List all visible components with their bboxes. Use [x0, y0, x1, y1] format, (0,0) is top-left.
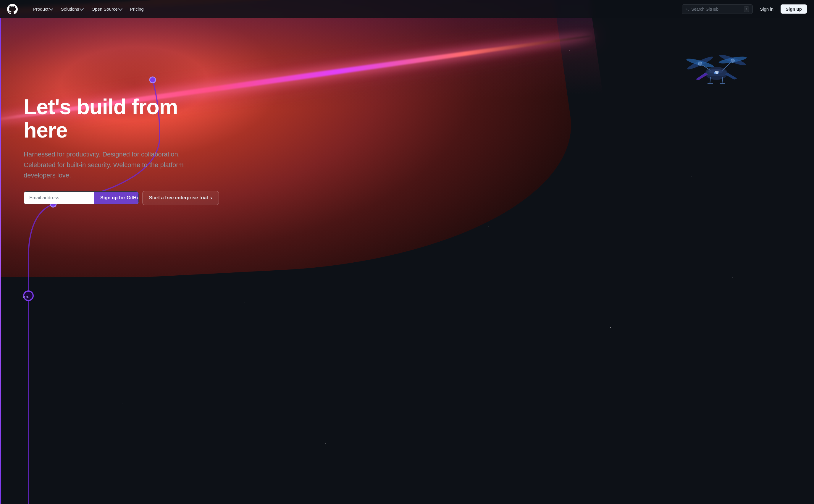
hero-subtitle: Harnessed for productivity. Designed for… — [24, 149, 213, 180]
svg-marker-11 — [696, 73, 708, 80]
email-input[interactable] — [24, 192, 94, 204]
nav-pricing[interactable]: Pricing — [127, 5, 147, 13]
drone-illustration — [684, 45, 749, 98]
nav-pricing-label: Pricing — [130, 7, 144, 12]
nav-solutions-label: Solutions — [61, 7, 79, 12]
nav-solutions[interactable]: Solutions — [57, 5, 87, 13]
nav-opensource-label: Open Source — [91, 7, 117, 12]
email-signup-group: Sign up for GitHub — [24, 191, 139, 204]
nav-product[interactable]: Product — [30, 5, 56, 13]
main-nav: Product Solutions Open Source Pricing / … — [0, 0, 814, 18]
search-kbd: / — [744, 6, 749, 12]
arrow-right-icon: › — [210, 195, 212, 201]
chevron-down-icon — [80, 7, 84, 11]
nav-right: / Sign in Sign up — [682, 4, 807, 14]
hero-content: Let's build from here Harnessed for prod… — [0, 18, 243, 223]
hero-title: Let's build from here — [24, 95, 219, 142]
chevron-down-icon — [118, 7, 122, 11]
nav-product-label: Product — [33, 7, 49, 12]
github-signup-button[interactable]: Sign up for GitHub — [94, 192, 139, 204]
nav-links: Product Solutions Open Source Pricing — [30, 5, 682, 13]
hero-section: <> Let's build from here Harnessed for p… — [0, 0, 814, 504]
chevron-down-icon — [49, 7, 53, 11]
hero-actions: Sign up for GitHub Start a free enterpri… — [24, 191, 219, 205]
search-input[interactable] — [691, 7, 742, 12]
enterprise-trial-button[interactable]: Start a free enterprise trial › — [142, 191, 219, 205]
search-box[interactable]: / — [682, 4, 753, 14]
nav-opensource[interactable]: Open Source — [88, 5, 125, 13]
signin-button[interactable]: Sign in — [756, 5, 777, 13]
signup-button[interactable]: Sign up — [781, 4, 807, 14]
enterprise-button-label: Start a free enterprise trial — [149, 195, 208, 201]
search-icon — [686, 7, 689, 11]
svg-marker-10 — [725, 73, 737, 80]
github-logo[interactable] — [7, 4, 24, 14]
